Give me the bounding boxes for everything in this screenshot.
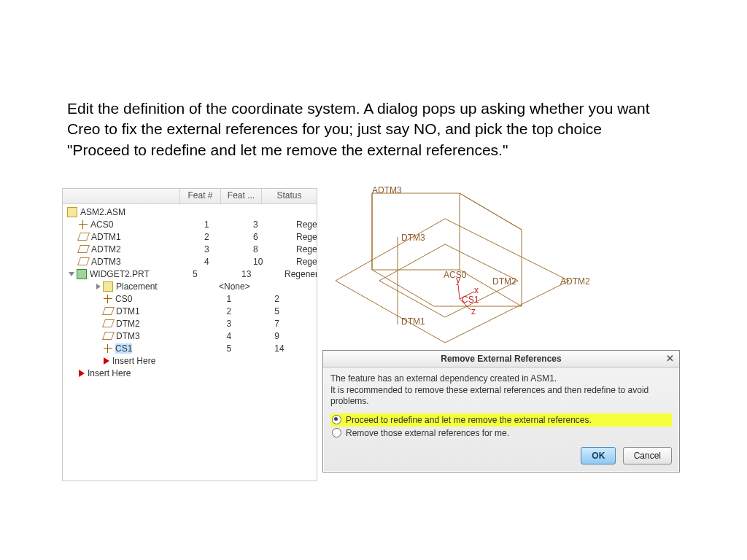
label-adtm2: ADTM2 [560,276,590,287]
label-acs0: ACS0 [444,270,467,280]
tree-row[interactable]: ADTM238Regener [63,243,317,255]
tree-item-label: ASM2.ASM [80,207,125,217]
remove-ext-refs-dialog: Remove External References ✕ The feature… [322,350,680,472]
radio-proceed-redefine[interactable]: Proceed to redefine and let me remove th… [330,413,672,427]
ok-button[interactable]: OK [581,447,616,464]
csys-icon [104,295,112,303]
label-dtm3: DTM3 [401,233,425,243]
svg-line-7 [458,284,460,299]
label-cs1: CS1 [462,295,479,305]
instruction-text: Edit the definition of the coordinate sy… [67,98,665,160]
tree-item-label: ADTM1 [91,232,121,242]
tree-row[interactable]: DTM125Regener [63,305,317,317]
tree-item-label: DTM2 [116,319,140,329]
col-feat: Feat ... [221,189,262,203]
tree-row[interactable]: ASM2.ASM [63,206,317,218]
tree-item-label: CS0 [115,294,132,304]
label-dtm2: DTM2 [492,276,516,287]
cancel-button[interactable]: Cancel [623,447,672,464]
dialog-msg-line2: It is recommended to remove these extern… [330,385,649,407]
tree-row[interactable]: DTM349Regener [63,330,317,342]
tree-row[interactable]: ACS013Regener [63,218,317,230]
tree-row[interactable]: Placement<None> [63,280,317,292]
tree-row[interactable]: ADTM3410Regener [63,255,317,268]
close-icon[interactable]: ✕ [665,353,675,363]
datum-plane-icon [102,332,115,340]
tree-item-label: ACS0 [90,219,113,230]
tree-row[interactable]: ADTM126Regener [63,230,317,243]
tree-item-label: DTM1 [116,306,140,316]
tree-row[interactable]: CS012Regener [63,292,317,305]
tree-header: Feat # Feat ... Status [63,189,317,204]
model-view: ADTM3 DTM3 DTM2 ADTM2 DTM1 ACS0 CS1 y x … [328,186,671,346]
datum-plane-icon [102,307,115,315]
radio-icon [332,415,341,424]
tree-item-label: Insert Here [88,368,131,378]
svg-line-1 [460,193,522,230]
tree-item-label: Placement [116,281,158,292]
part-icon [77,269,87,279]
tree-item-label: WIDGET2.PRT [90,269,150,279]
radio-icon [332,428,341,438]
radio-label-1: Proceed to redefine and let me remove th… [346,415,592,425]
tree-row[interactable]: Insert Here [63,367,317,379]
tree-row[interactable]: DTM237Regener [63,317,317,330]
tree-item-label: ADTM3 [91,257,121,267]
insert-here-icon [104,357,109,365]
dialog-message: The feature has an external dependency c… [330,373,672,408]
col-feat-no: Feat # [180,189,221,203]
dialog-msg-line1: The feature has an external dependency c… [330,373,557,384]
axis-y: y [456,275,460,285]
label-adtm3: ADTM3 [372,186,402,195]
tree-item-label: ADTM2 [91,244,121,254]
datum-plane-icon [77,233,90,241]
assembly-icon [67,207,77,217]
label-dtm1: DTM1 [401,316,425,327]
axis-z: z [471,306,476,316]
tree-body: ASM2.ASMACS013RegenerADTM126RegenerADTM2… [63,204,317,381]
dialog-title-text: Remove External References [441,354,561,364]
axis-x: x [474,285,479,295]
insert-here-icon [79,370,85,377]
radio-label-2: Remove those external references for me. [346,428,509,438]
tree-item-label: Insert Here [112,356,155,366]
tree-row[interactable]: WIDGET2.PRT513Regener [63,268,317,280]
csys-icon [79,220,88,229]
dialog-title: Remove External References ✕ [323,351,679,368]
tree-item-label: DTM3 [116,331,140,341]
model-tree-panel: Feat # Feat ... Status ASM2.ASMACS013Reg… [62,188,317,481]
radio-remove-for-me[interactable]: Remove those external references for me. [330,427,672,440]
datum-plane-icon [102,319,115,327]
tree-row[interactable]: CS1514Regener [63,342,317,354]
datum-plane-icon [77,245,90,253]
tree-row[interactable]: Insert Here [63,354,317,367]
csys-icon [104,344,112,353]
col-status: Status [262,189,317,203]
datum-plane-icon [77,257,90,265]
assembly-icon [103,281,113,292]
tree-item-label: CS1 [115,343,132,354]
